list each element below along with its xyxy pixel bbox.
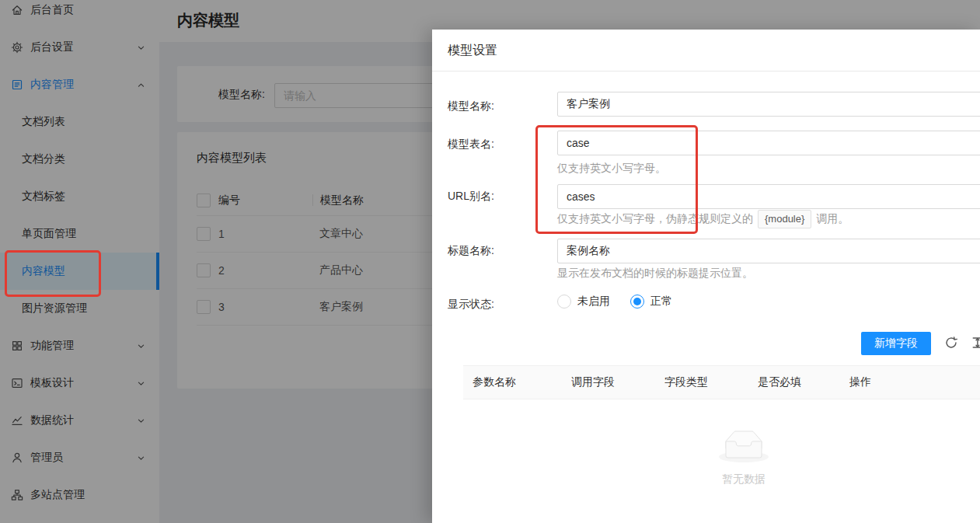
fields-col-actions: 操作 bbox=[840, 375, 980, 389]
table-name-input[interactable] bbox=[557, 131, 980, 155]
fields-col-field-type: 字段类型 bbox=[655, 375, 748, 389]
model-settings-drawer: 模型设置 模型名称: 模型表名: 仅支持英文小写字母。 URL别名: 仅支持英文… bbox=[432, 30, 980, 523]
display-status-label: 显示状态: bbox=[448, 296, 494, 312]
model-name-input[interactable] bbox=[557, 92, 980, 117]
url-alias-input[interactable] bbox=[557, 184, 980, 209]
column-height-icon[interactable] bbox=[971, 336, 980, 350]
app-root: 后台首页 后台设置 内容管理 文档列表 文档分类 文档标签 单页面管理 内容模型… bbox=[0, 0, 980, 523]
radio-normal[interactable] bbox=[630, 295, 644, 309]
table-name-hint: 仅支持英文小写字母。 bbox=[557, 160, 666, 176]
display-status-radio-group: 未启用 正常 bbox=[557, 295, 692, 309]
drawer-title: 模型设置 bbox=[432, 30, 980, 71]
title-name-hint: 显示在发布文档的时候的标题提示位置。 bbox=[557, 265, 753, 281]
url-alias-hint-prefix: 仅支持英文小写字母，伪静态规则定义的 bbox=[557, 212, 753, 225]
radio-disabled[interactable] bbox=[557, 295, 571, 309]
fields-table-header: 参数名称 调用字段 字段类型 是否必填 操作 bbox=[463, 365, 980, 399]
url-alias-hint-suffix: 调用。 bbox=[816, 212, 849, 225]
table-name-label: 模型表名: bbox=[448, 136, 494, 152]
module-tag: {module} bbox=[758, 210, 811, 228]
radio-disabled-label: 未启用 bbox=[577, 295, 610, 309]
title-name-label: 标题名称: bbox=[448, 242, 494, 258]
refresh-icon[interactable] bbox=[944, 336, 958, 350]
url-alias-label: URL别名: bbox=[448, 188, 494, 204]
empty-text: 暂无数据 bbox=[682, 472, 806, 486]
fields-col-param-name: 参数名称 bbox=[463, 375, 562, 389]
model-name-label: 模型名称: bbox=[448, 98, 494, 113]
add-field-button[interactable]: 新增字段 bbox=[861, 332, 931, 355]
fields-col-call-field: 调用字段 bbox=[562, 375, 655, 389]
title-name-input[interactable] bbox=[557, 239, 980, 263]
fields-col-required: 是否必填 bbox=[748, 375, 840, 389]
url-alias-hint: 仅支持英文小写字母，伪静态规则定义的{module}调用。 bbox=[557, 209, 849, 228]
radio-normal-label: 正常 bbox=[650, 295, 672, 309]
empty-box-icon bbox=[719, 431, 769, 462]
